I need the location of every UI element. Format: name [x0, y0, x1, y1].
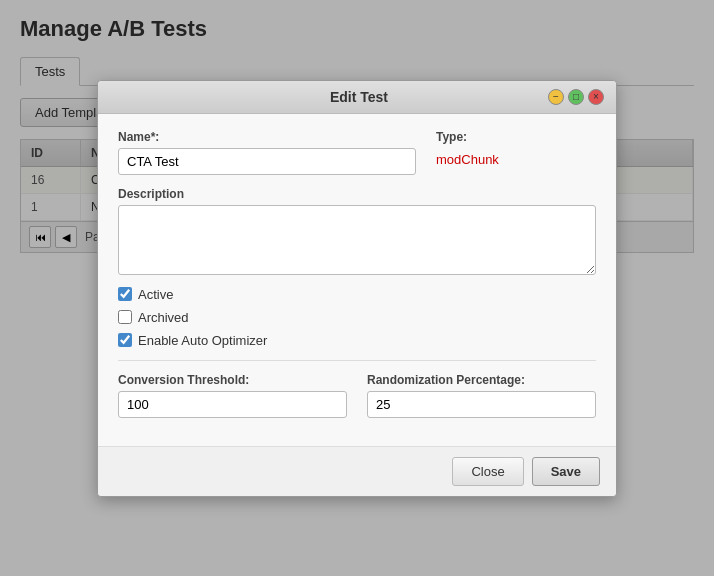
- description-group: Description: [118, 187, 596, 275]
- type-label: Type:: [436, 130, 596, 144]
- threshold-random-row: Conversion Threshold: Randomization Perc…: [118, 373, 596, 418]
- page-wrapper: Manage A/B Tests Tests Add Template Test…: [0, 0, 714, 576]
- save-modal-button[interactable]: Save: [532, 457, 600, 486]
- archived-label: Archived: [138, 310, 189, 325]
- conversion-threshold-label: Conversion Threshold:: [118, 373, 347, 387]
- name-type-row: Name*: Type: modChunk: [118, 130, 596, 175]
- archived-checkbox-row: Archived: [118, 310, 596, 325]
- conversion-threshold-input[interactable]: [118, 391, 347, 418]
- minimize-button[interactable]: −: [548, 89, 564, 105]
- randomization-percentage-group: Randomization Percentage:: [367, 373, 596, 418]
- conversion-threshold-group: Conversion Threshold:: [118, 373, 347, 418]
- modal-header: Edit Test − □ ×: [98, 81, 616, 114]
- auto-optimizer-label: Enable Auto Optimizer: [138, 333, 267, 348]
- modal-overlay: Edit Test − □ × Name*: Type:: [0, 0, 714, 576]
- active-checkbox[interactable]: [118, 287, 132, 301]
- modal-close-icon-button[interactable]: ×: [588, 89, 604, 105]
- restore-button[interactable]: □: [568, 89, 584, 105]
- auto-optimizer-checkbox-row: Enable Auto Optimizer: [118, 333, 596, 348]
- close-modal-button[interactable]: Close: [452, 457, 523, 486]
- name-group: Name*:: [118, 130, 416, 175]
- auto-optimizer-checkbox[interactable]: [118, 333, 132, 347]
- modal-body: Name*: Type: modChunk Description: [98, 114, 616, 446]
- type-value: modChunk: [436, 148, 596, 167]
- modal-footer: Close Save: [98, 446, 616, 496]
- modal-controls: − □ ×: [548, 89, 604, 105]
- description-label: Description: [118, 187, 596, 201]
- archived-checkbox[interactable]: [118, 310, 132, 324]
- section-divider: [118, 360, 596, 361]
- active-label: Active: [138, 287, 173, 302]
- active-checkbox-row: Active: [118, 287, 596, 302]
- modal-title: Edit Test: [170, 89, 548, 105]
- name-input[interactable]: [118, 148, 416, 175]
- randomization-percentage-input[interactable]: [367, 391, 596, 418]
- name-label: Name*:: [118, 130, 416, 144]
- randomization-percentage-label: Randomization Percentage:: [367, 373, 596, 387]
- type-group: Type: modChunk: [436, 130, 596, 175]
- description-textarea[interactable]: [118, 205, 596, 275]
- edit-test-modal: Edit Test − □ × Name*: Type:: [97, 80, 617, 497]
